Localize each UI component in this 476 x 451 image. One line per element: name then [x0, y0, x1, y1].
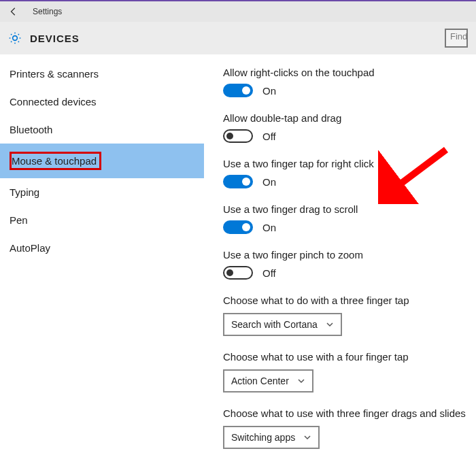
- dropdown-value: Action Center: [231, 375, 289, 386]
- title-bar: Settings: [0, 0, 476, 22]
- toggle-state: On: [262, 176, 276, 188]
- setting-three-finger-tap: Choose what to do with a three finger ta…: [223, 295, 476, 336]
- toggle-double-tap-drag[interactable]: [223, 129, 253, 143]
- dropdown-four-finger-tap[interactable]: Action Center: [223, 369, 313, 392]
- toggle-pinch-zoom[interactable]: [223, 266, 253, 280]
- chevron-down-icon: [326, 320, 334, 329]
- setting-label: Use a two finger tap for right click: [223, 158, 476, 169]
- dropdown-value: Search with Cortana: [231, 319, 318, 330]
- setting-label: Use a two finger pinch to zoom: [223, 249, 476, 261]
- gear-icon: [8, 31, 22, 45]
- setting-label: Choose what to do with a three finger ta…: [223, 295, 476, 306]
- setting-allow-right-clicks: Allow right-clicks on the touchpad On: [223, 67, 476, 97]
- find-setting-input[interactable]: Find a setting: [445, 29, 468, 48]
- main: Printers & scanners Connected devices Bl…: [0, 54, 476, 451]
- app-title: Settings: [33, 7, 62, 16]
- sidebar-item-typing[interactable]: Typing: [0, 178, 204, 206]
- chevron-down-icon: [297, 377, 305, 385]
- toggle-state: On: [262, 222, 276, 233]
- setting-label: Choose what to use with a four finger ta…: [223, 351, 476, 363]
- chevron-down-icon: [303, 433, 311, 441]
- sidebar-item-connected-devices[interactable]: Connected devices: [0, 88, 204, 116]
- setting-label: Use a two finger drag to scroll: [223, 203, 476, 215]
- sidebar-item-printers-scanners[interactable]: Printers & scanners: [0, 60, 204, 88]
- setting-label: Allow double-tap and drag: [223, 112, 476, 124]
- toggle-state: Off: [262, 131, 276, 142]
- content: Allow right-clicks on the touchpad On Al…: [204, 54, 476, 451]
- back-arrow-icon: [9, 7, 18, 16]
- toggle-allow-right-clicks[interactable]: [223, 84, 253, 97]
- setting-pinch-zoom: Use a two finger pinch to zoom Off: [223, 249, 476, 280]
- sidebar: Printers & scanners Connected devices Bl…: [0, 54, 204, 451]
- toggle-state: Off: [262, 267, 276, 279]
- sidebar-item-autoplay[interactable]: AutoPlay: [0, 234, 204, 262]
- sidebar-item-bluetooth[interactable]: Bluetooth: [0, 116, 204, 144]
- header: DEVICES Find a setting: [0, 22, 476, 54]
- setting-label: Choose what to use with three finger dra…: [223, 407, 476, 419]
- setting-two-finger-tap: Use a two finger tap for right click On: [223, 158, 476, 188]
- back-button[interactable]: [5, 3, 22, 20]
- dropdown-value: Switching apps: [231, 432, 295, 443]
- toggle-two-finger-tap[interactable]: [223, 175, 253, 188]
- category-title: DEVICES: [30, 33, 80, 44]
- sidebar-item-label: Mouse & touchpad: [10, 152, 101, 170]
- sidebar-item-mouse-touchpad[interactable]: Mouse & touchpad: [0, 144, 204, 178]
- header-left: DEVICES: [8, 31, 80, 45]
- setting-label: Allow right-clicks on the touchpad: [223, 67, 476, 78]
- toggle-two-finger-drag[interactable]: [223, 220, 253, 234]
- dropdown-three-finger-tap[interactable]: Search with Cortana: [223, 313, 342, 336]
- setting-two-finger-drag: Use a two finger drag to scroll On: [223, 203, 476, 234]
- sidebar-item-pen[interactable]: Pen: [0, 206, 204, 234]
- setting-three-finger-drag: Choose what to use with three finger dra…: [223, 407, 476, 449]
- toggle-state: On: [262, 85, 276, 97]
- setting-double-tap-drag: Allow double-tap and drag Off: [223, 112, 476, 143]
- dropdown-three-finger-drag[interactable]: Switching apps: [223, 426, 320, 449]
- setting-four-finger-tap: Choose what to use with a four finger ta…: [223, 351, 476, 392]
